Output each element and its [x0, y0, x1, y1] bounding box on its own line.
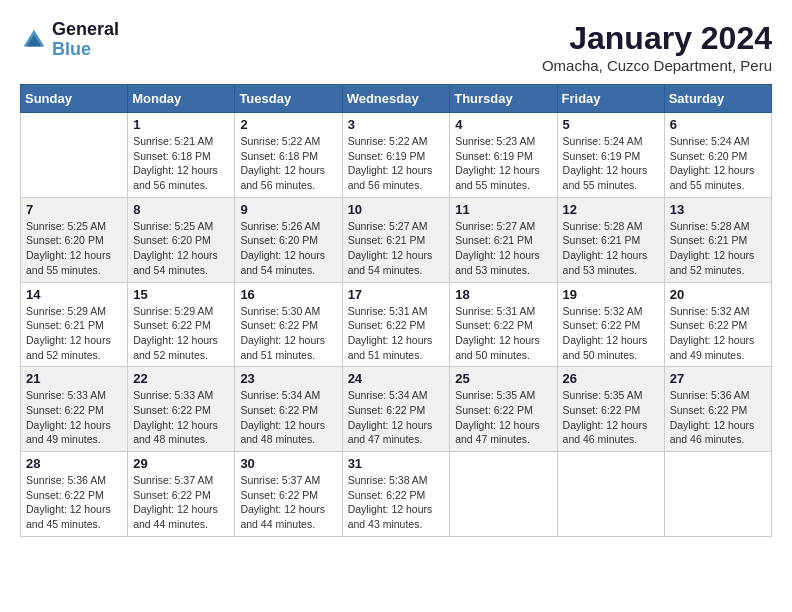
calendar-week-row: 7Sunrise: 5:25 AMSunset: 6:20 PMDaylight… — [21, 197, 772, 282]
day-number: 9 — [240, 202, 336, 217]
calendar-week-row: 1Sunrise: 5:21 AMSunset: 6:18 PMDaylight… — [21, 113, 772, 198]
calendar-header-row: Sunday Monday Tuesday Wednesday Thursday… — [21, 85, 772, 113]
day-number: 23 — [240, 371, 336, 386]
day-info: Sunrise: 5:37 AMSunset: 6:22 PMDaylight:… — [133, 473, 229, 532]
day-number: 31 — [348, 456, 445, 471]
day-info: Sunrise: 5:26 AMSunset: 6:20 PMDaylight:… — [240, 219, 336, 278]
calendar-cell — [664, 452, 771, 537]
calendar-cell: 1Sunrise: 5:21 AMSunset: 6:18 PMDaylight… — [128, 113, 235, 198]
day-info: Sunrise: 5:25 AMSunset: 6:20 PMDaylight:… — [133, 219, 229, 278]
day-number: 19 — [563, 287, 659, 302]
day-info: Sunrise: 5:36 AMSunset: 6:22 PMDaylight:… — [26, 473, 122, 532]
calendar-cell: 28Sunrise: 5:36 AMSunset: 6:22 PMDayligh… — [21, 452, 128, 537]
day-number: 24 — [348, 371, 445, 386]
header-friday: Friday — [557, 85, 664, 113]
calendar-cell: 6Sunrise: 5:24 AMSunset: 6:20 PMDaylight… — [664, 113, 771, 198]
day-number: 1 — [133, 117, 229, 132]
day-number: 5 — [563, 117, 659, 132]
calendar-cell: 16Sunrise: 5:30 AMSunset: 6:22 PMDayligh… — [235, 282, 342, 367]
header-saturday: Saturday — [664, 85, 771, 113]
calendar-cell: 23Sunrise: 5:34 AMSunset: 6:22 PMDayligh… — [235, 367, 342, 452]
day-info: Sunrise: 5:27 AMSunset: 6:21 PMDaylight:… — [348, 219, 445, 278]
day-number: 30 — [240, 456, 336, 471]
day-number: 29 — [133, 456, 229, 471]
calendar-cell: 17Sunrise: 5:31 AMSunset: 6:22 PMDayligh… — [342, 282, 450, 367]
day-number: 17 — [348, 287, 445, 302]
day-number: 22 — [133, 371, 229, 386]
day-number: 16 — [240, 287, 336, 302]
calendar-cell — [557, 452, 664, 537]
day-info: Sunrise: 5:36 AMSunset: 6:22 PMDaylight:… — [670, 388, 766, 447]
header-thursday: Thursday — [450, 85, 557, 113]
day-number: 8 — [133, 202, 229, 217]
calendar-cell: 21Sunrise: 5:33 AMSunset: 6:22 PMDayligh… — [21, 367, 128, 452]
day-info: Sunrise: 5:28 AMSunset: 6:21 PMDaylight:… — [670, 219, 766, 278]
day-info: Sunrise: 5:24 AMSunset: 6:19 PMDaylight:… — [563, 134, 659, 193]
day-number: 12 — [563, 202, 659, 217]
day-number: 28 — [26, 456, 122, 471]
calendar-title: January 2024 — [542, 20, 772, 57]
calendar-cell — [21, 113, 128, 198]
calendar-cell: 31Sunrise: 5:38 AMSunset: 6:22 PMDayligh… — [342, 452, 450, 537]
calendar-cell: 15Sunrise: 5:29 AMSunset: 6:22 PMDayligh… — [128, 282, 235, 367]
calendar-cell: 13Sunrise: 5:28 AMSunset: 6:21 PMDayligh… — [664, 197, 771, 282]
page-header: GeneralBlue January 2024 Omacha, Cuzco D… — [20, 20, 772, 74]
day-info: Sunrise: 5:31 AMSunset: 6:22 PMDaylight:… — [348, 304, 445, 363]
calendar-table: Sunday Monday Tuesday Wednesday Thursday… — [20, 84, 772, 537]
calendar-cell — [450, 452, 557, 537]
day-number: 15 — [133, 287, 229, 302]
calendar-week-row: 28Sunrise: 5:36 AMSunset: 6:22 PMDayligh… — [21, 452, 772, 537]
logo-icon — [20, 26, 48, 54]
day-info: Sunrise: 5:25 AMSunset: 6:20 PMDaylight:… — [26, 219, 122, 278]
calendar-cell: 29Sunrise: 5:37 AMSunset: 6:22 PMDayligh… — [128, 452, 235, 537]
day-info: Sunrise: 5:34 AMSunset: 6:22 PMDaylight:… — [348, 388, 445, 447]
day-info: Sunrise: 5:35 AMSunset: 6:22 PMDaylight:… — [563, 388, 659, 447]
calendar-cell: 2Sunrise: 5:22 AMSunset: 6:18 PMDaylight… — [235, 113, 342, 198]
day-info: Sunrise: 5:24 AMSunset: 6:20 PMDaylight:… — [670, 134, 766, 193]
day-info: Sunrise: 5:22 AMSunset: 6:18 PMDaylight:… — [240, 134, 336, 193]
day-number: 14 — [26, 287, 122, 302]
day-number: 27 — [670, 371, 766, 386]
calendar-cell: 9Sunrise: 5:26 AMSunset: 6:20 PMDaylight… — [235, 197, 342, 282]
day-info: Sunrise: 5:32 AMSunset: 6:22 PMDaylight:… — [670, 304, 766, 363]
calendar-cell: 10Sunrise: 5:27 AMSunset: 6:21 PMDayligh… — [342, 197, 450, 282]
day-number: 21 — [26, 371, 122, 386]
header-monday: Monday — [128, 85, 235, 113]
calendar-cell: 5Sunrise: 5:24 AMSunset: 6:19 PMDaylight… — [557, 113, 664, 198]
day-number: 20 — [670, 287, 766, 302]
header-tuesday: Tuesday — [235, 85, 342, 113]
calendar-cell: 24Sunrise: 5:34 AMSunset: 6:22 PMDayligh… — [342, 367, 450, 452]
calendar-cell: 19Sunrise: 5:32 AMSunset: 6:22 PMDayligh… — [557, 282, 664, 367]
day-number: 11 — [455, 202, 551, 217]
calendar-cell: 18Sunrise: 5:31 AMSunset: 6:22 PMDayligh… — [450, 282, 557, 367]
day-number: 6 — [670, 117, 766, 132]
day-info: Sunrise: 5:23 AMSunset: 6:19 PMDaylight:… — [455, 134, 551, 193]
title-block: January 2024 Omacha, Cuzco Department, P… — [542, 20, 772, 74]
calendar-cell: 3Sunrise: 5:22 AMSunset: 6:19 PMDaylight… — [342, 113, 450, 198]
header-wednesday: Wednesday — [342, 85, 450, 113]
calendar-subtitle: Omacha, Cuzco Department, Peru — [542, 57, 772, 74]
day-number: 18 — [455, 287, 551, 302]
calendar-cell: 8Sunrise: 5:25 AMSunset: 6:20 PMDaylight… — [128, 197, 235, 282]
calendar-cell: 4Sunrise: 5:23 AMSunset: 6:19 PMDaylight… — [450, 113, 557, 198]
calendar-cell: 11Sunrise: 5:27 AMSunset: 6:21 PMDayligh… — [450, 197, 557, 282]
calendar-cell: 25Sunrise: 5:35 AMSunset: 6:22 PMDayligh… — [450, 367, 557, 452]
day-info: Sunrise: 5:29 AMSunset: 6:22 PMDaylight:… — [133, 304, 229, 363]
day-info: Sunrise: 5:37 AMSunset: 6:22 PMDaylight:… — [240, 473, 336, 532]
day-number: 2 — [240, 117, 336, 132]
day-info: Sunrise: 5:30 AMSunset: 6:22 PMDaylight:… — [240, 304, 336, 363]
day-info: Sunrise: 5:27 AMSunset: 6:21 PMDaylight:… — [455, 219, 551, 278]
day-number: 10 — [348, 202, 445, 217]
day-info: Sunrise: 5:28 AMSunset: 6:21 PMDaylight:… — [563, 219, 659, 278]
header-sunday: Sunday — [21, 85, 128, 113]
day-number: 7 — [26, 202, 122, 217]
calendar-cell: 26Sunrise: 5:35 AMSunset: 6:22 PMDayligh… — [557, 367, 664, 452]
calendar-cell: 22Sunrise: 5:33 AMSunset: 6:22 PMDayligh… — [128, 367, 235, 452]
day-info: Sunrise: 5:22 AMSunset: 6:19 PMDaylight:… — [348, 134, 445, 193]
calendar-week-row: 21Sunrise: 5:33 AMSunset: 6:22 PMDayligh… — [21, 367, 772, 452]
day-info: Sunrise: 5:34 AMSunset: 6:22 PMDaylight:… — [240, 388, 336, 447]
day-number: 25 — [455, 371, 551, 386]
calendar-cell: 30Sunrise: 5:37 AMSunset: 6:22 PMDayligh… — [235, 452, 342, 537]
calendar-cell: 7Sunrise: 5:25 AMSunset: 6:20 PMDaylight… — [21, 197, 128, 282]
calendar-cell: 14Sunrise: 5:29 AMSunset: 6:21 PMDayligh… — [21, 282, 128, 367]
